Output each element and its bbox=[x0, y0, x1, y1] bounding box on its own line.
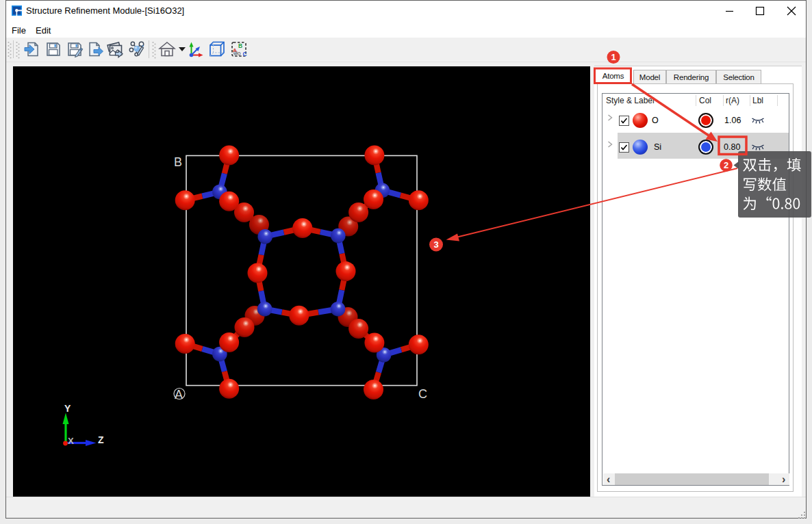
svg-text:B: B bbox=[174, 155, 182, 169]
svg-text:Z: Z bbox=[98, 434, 104, 445]
svg-text:C: C bbox=[418, 387, 427, 401]
svg-text:0: 0 bbox=[238, 51, 241, 57]
svg-text:Y: Y bbox=[64, 403, 71, 414]
svg-text:X: X bbox=[68, 436, 74, 446]
svg-text:C: C bbox=[243, 51, 247, 57]
svg-text:B: B bbox=[238, 42, 242, 49]
svg-text:A: A bbox=[233, 47, 237, 53]
